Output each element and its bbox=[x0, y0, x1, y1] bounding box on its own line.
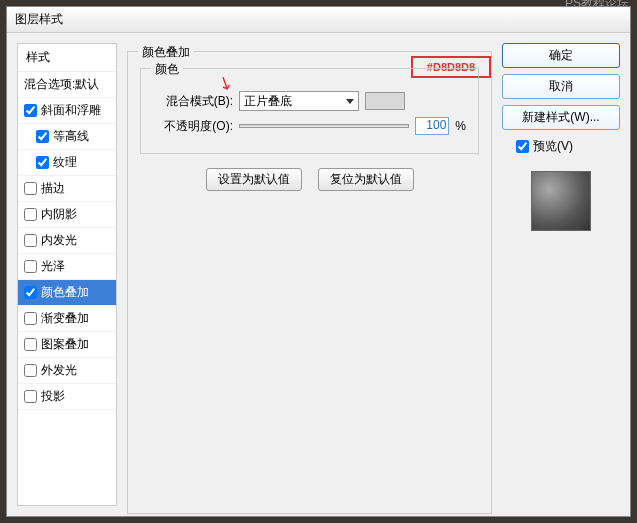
preview-thumbnail bbox=[531, 171, 591, 231]
blend-mode-value: 正片叠底 bbox=[244, 93, 292, 110]
sidebar-item-4[interactable]: 内阴影 bbox=[18, 202, 116, 228]
sidebar-item-6[interactable]: 光泽 bbox=[18, 254, 116, 280]
sidebar-item-10[interactable]: 外发光 bbox=[18, 358, 116, 384]
sidebar-item-8[interactable]: 渐变叠加 bbox=[18, 306, 116, 332]
sidebar-checkbox-8[interactable] bbox=[24, 312, 37, 325]
sidebar-label-8: 渐变叠加 bbox=[41, 310, 89, 327]
blend-mode-select[interactable]: 正片叠底 bbox=[239, 91, 359, 111]
sidebar-checkbox-11[interactable] bbox=[24, 390, 37, 403]
sidebar-item-7[interactable]: 颜色叠加 bbox=[18, 280, 116, 306]
sidebar-item-11[interactable]: 投影 bbox=[18, 384, 116, 410]
sidebar-checkbox-2[interactable] bbox=[36, 156, 49, 169]
sidebar-item-0[interactable]: 斜面和浮雕 bbox=[18, 98, 116, 124]
sidebar-label-6: 光泽 bbox=[41, 258, 65, 275]
opacity-label: 不透明度(O): bbox=[153, 118, 233, 135]
sidebar-item-2[interactable]: 纹理 bbox=[18, 150, 116, 176]
sidebar-label-7: 颜色叠加 bbox=[41, 284, 89, 301]
sidebar-checkbox-6[interactable] bbox=[24, 260, 37, 273]
sidebar-label-5: 内发光 bbox=[41, 232, 77, 249]
sidebar-checkbox-3[interactable] bbox=[24, 182, 37, 195]
cancel-button[interactable]: 取消 bbox=[502, 74, 620, 99]
sidebar-label-4: 内阴影 bbox=[41, 206, 77, 223]
color-group-label: 颜色 bbox=[151, 61, 183, 78]
preview-label: 预览(V) bbox=[533, 138, 573, 155]
section-title: 颜色叠加 bbox=[138, 44, 194, 61]
opacity-unit: % bbox=[455, 119, 466, 133]
sidebar-item-3[interactable]: 描边 bbox=[18, 176, 116, 202]
opacity-input[interactable]: 100 bbox=[415, 117, 449, 135]
window-title: 图层样式 bbox=[15, 12, 63, 26]
sidebar-label-10: 外发光 bbox=[41, 362, 77, 379]
color-swatch[interactable] bbox=[365, 92, 405, 110]
sidebar-blend-options[interactable]: 混合选项:默认 bbox=[18, 72, 116, 98]
sidebar-label-2: 纹理 bbox=[53, 154, 77, 171]
main-panel: 颜色叠加 #D8D8D8 ↘ 颜色 混合模式(B): 正片叠底 不透明度(O): bbox=[127, 43, 492, 506]
sidebar-blend-label: 混合选项:默认 bbox=[24, 76, 99, 93]
title-bar: 图层样式 bbox=[7, 7, 630, 33]
sidebar-checkbox-4[interactable] bbox=[24, 208, 37, 221]
sidebar-label-11: 投影 bbox=[41, 388, 65, 405]
new-style-button[interactable]: 新建样式(W)... bbox=[502, 105, 620, 130]
make-default-button[interactable]: 设置为默认值 bbox=[206, 168, 302, 191]
sidebar-checkbox-1[interactable] bbox=[36, 130, 49, 143]
sidebar-label-9: 图案叠加 bbox=[41, 336, 89, 353]
layer-style-dialog: 图层样式 样式 混合选项:默认 斜面和浮雕等高线纹理描边内阴影内发光光泽颜色叠加… bbox=[6, 6, 631, 517]
sidebar-label-0: 斜面和浮雕 bbox=[41, 102, 101, 119]
sidebar-checkbox-10[interactable] bbox=[24, 364, 37, 377]
chevron-down-icon bbox=[346, 99, 354, 104]
sidebar-label-1: 等高线 bbox=[53, 128, 89, 145]
sidebar-checkbox-9[interactable] bbox=[24, 338, 37, 351]
sidebar-item-9[interactable]: 图案叠加 bbox=[18, 332, 116, 358]
reset-default-button[interactable]: 复位为默认值 bbox=[318, 168, 414, 191]
sidebar-label-3: 描边 bbox=[41, 180, 65, 197]
style-sidebar: 样式 混合选项:默认 斜面和浮雕等高线纹理描边内阴影内发光光泽颜色叠加渐变叠加图… bbox=[17, 43, 117, 506]
sidebar-item-1[interactable]: 等高线 bbox=[18, 124, 116, 150]
right-column: 确定 取消 新建样式(W)... 预览(V) bbox=[502, 43, 620, 506]
ok-button[interactable]: 确定 bbox=[502, 43, 620, 68]
blend-mode-label: 混合模式(B): bbox=[153, 93, 233, 110]
sidebar-checkbox-7[interactable] bbox=[24, 286, 37, 299]
sidebar-checkbox-0[interactable] bbox=[24, 104, 37, 117]
preview-checkbox[interactable] bbox=[516, 140, 529, 153]
sidebar-head[interactable]: 样式 bbox=[18, 44, 116, 72]
opacity-slider[interactable] bbox=[239, 124, 409, 128]
sidebar-checkbox-5[interactable] bbox=[24, 234, 37, 247]
sidebar-item-5[interactable]: 内发光 bbox=[18, 228, 116, 254]
